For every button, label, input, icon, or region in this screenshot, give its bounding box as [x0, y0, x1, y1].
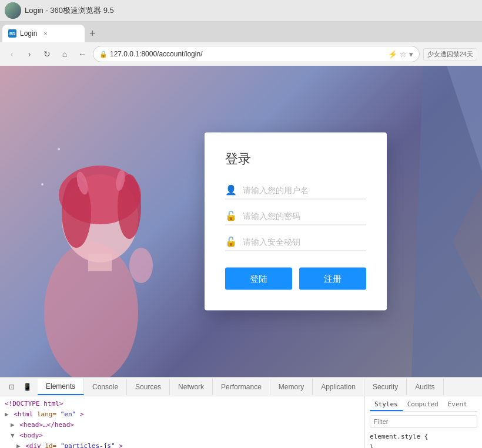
elements-panel: <!DOCTYPE html> ▶ <html lang= "en" > ▶ <…: [0, 396, 364, 448]
styles-element-style: element.style {: [370, 432, 477, 442]
tab-bar: BD Login × +: [0, 21, 482, 42]
back-button[interactable]: ‹: [5, 47, 19, 61]
address-bar: ‹ › ↻ ⌂ ← 🔒 127.0.0.1:8000/account/login…: [0, 42, 482, 66]
devtools-tab-memory[interactable]: Memory: [270, 379, 313, 395]
url-text: 127.0.0.1:8000/account/login/: [110, 50, 202, 58]
url-actions: ⚡ ☆ ▾: [388, 50, 413, 59]
favicon-image: [5, 2, 21, 19]
html-head: ▶ <head>…</head>: [5, 420, 360, 430]
styles-panel: Styles Computed Event element.style { } …: [364, 396, 482, 448]
devtools-tab-application[interactable]: Application: [313, 379, 364, 395]
svg-point-5: [129, 248, 153, 283]
register-button[interactable]: 注册: [299, 268, 366, 290]
devtools-tab-audits[interactable]: Audits: [407, 379, 443, 395]
styles-filter-input[interactable]: [370, 415, 477, 428]
styles-tab-bar: Styles Computed Event: [370, 399, 477, 412]
toolbar-right: 少女遭囚禁24天: [423, 48, 477, 60]
active-tab[interactable]: BD Login ×: [2, 25, 85, 42]
devtools-tab-elements[interactable]: Elements: [38, 379, 84, 395]
login-button[interactable]: 登陆: [225, 268, 292, 290]
html-doctype: <!DOCTYPE html>: [5, 399, 360, 409]
devtools-mobile-icon[interactable]: 📱: [20, 380, 34, 394]
html-root: ▶ <html lang= "en" >: [5, 409, 360, 420]
new-tab-button[interactable]: +: [85, 25, 101, 42]
security-input[interactable]: [243, 237, 366, 246]
devtools-tab-security[interactable]: Security: [364, 379, 407, 395]
devtools-tab-sources[interactable]: Sources: [127, 379, 170, 395]
forward-button[interactable]: ›: [22, 47, 36, 61]
devtools-tab-console[interactable]: Console: [84, 379, 127, 395]
tab-favicon: BD: [8, 29, 16, 38]
lightning-icon[interactable]: ⚡: [388, 50, 397, 59]
password-lock-icon: 🔓: [225, 210, 237, 221]
devtools-toolbar: ⊡ 📱 Elements Console Sources Network Per…: [0, 378, 482, 396]
window-title: Login - 360极速浏览器 9.5: [25, 5, 477, 16]
star-icon[interactable]: ☆: [400, 50, 407, 59]
dropdown-icon[interactable]: ▾: [409, 50, 413, 59]
promo-badge: 少女遭囚禁24天: [423, 48, 477, 60]
username-input[interactable]: [243, 185, 366, 194]
tab-close-button[interactable]: ×: [41, 29, 50, 38]
devtools-panel: ⊡ 📱 Elements Console Sources Network Per…: [0, 377, 482, 448]
prev-button[interactable]: ←: [75, 47, 89, 61]
html-body: ▼ <body>: [5, 430, 360, 441]
devtools-inspect-icon[interactable]: ⊡: [5, 380, 19, 394]
devtools-tab-performance[interactable]: Performance: [213, 379, 270, 395]
styles-element-style-close: }: [370, 442, 477, 448]
styles-tab-computed[interactable]: Computed: [403, 399, 443, 411]
login-title: 登录: [225, 150, 366, 168]
devtools-content: <!DOCTYPE html> ▶ <html lang= "en" > ▶ <…: [0, 396, 482, 448]
styles-tab-styles[interactable]: Styles: [370, 399, 403, 411]
main-content: 登录 👤 🔓 🔓 登陆 注册: [0, 66, 482, 377]
user-icon: 👤: [225, 184, 237, 196]
button-row: 登陆 注册: [225, 268, 366, 290]
username-input-group: 👤: [225, 184, 366, 200]
anime-character: [0, 66, 194, 377]
html-particles: ▶ <div id= "particles-js" >: [5, 441, 360, 448]
security-input-group: 🔓: [225, 236, 366, 251]
reload-button[interactable]: ↻: [40, 47, 54, 61]
login-modal: 登录 👤 🔓 🔓 登陆 注册: [205, 133, 387, 311]
devtools-tab-network[interactable]: Network: [170, 379, 213, 395]
lock-icon: 🔒: [99, 50, 108, 58]
security-lock-icon: 🔓: [225, 236, 237, 247]
password-input[interactable]: [243, 211, 366, 220]
home-button[interactable]: ⌂: [58, 47, 72, 61]
svg-rect-6: [88, 254, 112, 271]
password-input-group: 🔓: [225, 210, 366, 225]
browser-favicon: [5, 2, 21, 19]
url-bar[interactable]: 🔒 127.0.0.1:8000/account/login/ ⚡ ☆ ▾: [93, 46, 420, 62]
styles-tab-event[interactable]: Event: [443, 399, 472, 411]
tab-label: Login: [20, 29, 37, 38]
title-bar: Login - 360极速浏览器 9.5: [0, 0, 482, 21]
